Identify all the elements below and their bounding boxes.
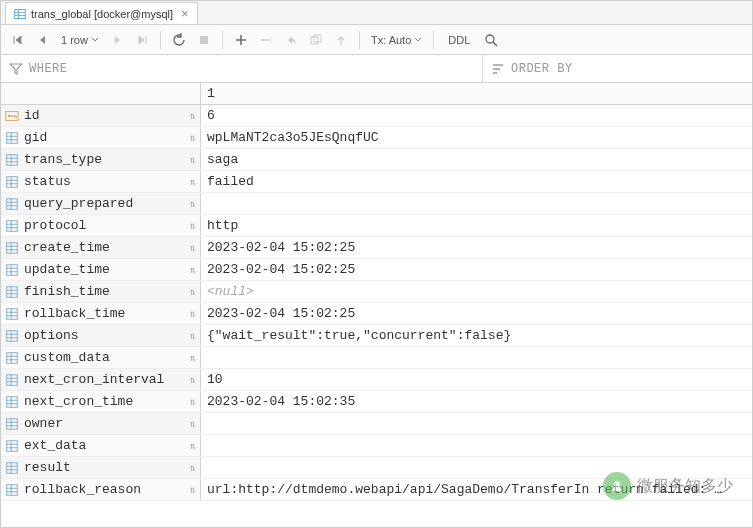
field-value[interactable] — [201, 193, 752, 214]
field-value[interactable] — [201, 457, 752, 478]
row-handle[interactable]: next_cron_interval⇅ — [1, 369, 201, 390]
field-row[interactable]: custom_data⇅ — [1, 347, 752, 369]
field-name: id — [24, 108, 40, 123]
sort-icon[interactable]: ⇅ — [190, 330, 196, 342]
field-value[interactable]: <null> — [201, 281, 752, 302]
field-value[interactable] — [201, 413, 752, 434]
row-handle[interactable]: update_time⇅ — [1, 259, 201, 280]
sort-icon[interactable]: ⇅ — [190, 242, 196, 254]
sort-icon[interactable]: ⇅ — [190, 440, 196, 452]
field-name: owner — [24, 416, 63, 431]
sort-icon[interactable]: ⇅ — [190, 308, 196, 320]
field-value[interactable]: saga — [201, 149, 752, 170]
field-row[interactable]: finish_time⇅<null> — [1, 281, 752, 303]
search-button[interactable] — [480, 29, 502, 51]
field-row[interactable]: result⇅ — [1, 457, 752, 479]
svg-rect-18 — [7, 176, 18, 187]
sort-icon[interactable]: ⇅ — [190, 374, 196, 386]
field-row[interactable]: gid⇅wpLMaNT2ca3o5JEsQnqfUC — [1, 127, 752, 149]
field-row[interactable]: rollback_reason⇅url:http://dtmdemo.webap… — [1, 479, 752, 501]
row-handle[interactable]: create_time⇅ — [1, 237, 201, 258]
row-handle[interactable]: next_cron_time⇅ — [1, 391, 201, 412]
row-handle[interactable]: rollback_reason⇅ — [1, 479, 201, 500]
sort-icon[interactable]: ⇅ — [190, 154, 196, 166]
last-row-button[interactable] — [131, 29, 153, 51]
field-value[interactable]: failed — [201, 171, 752, 192]
row-handle[interactable]: owner⇅ — [1, 413, 201, 434]
field-row[interactable]: ext_data⇅ — [1, 435, 752, 457]
field-row[interactable]: owner⇅ — [1, 413, 752, 435]
row-handle[interactable]: result⇅ — [1, 457, 201, 478]
row-handle[interactable]: status⇅ — [1, 171, 201, 192]
field-value[interactable]: 10 — [201, 369, 752, 390]
field-row[interactable]: update_time⇅2023-02-04 15:02:25 — [1, 259, 752, 281]
field-value[interactable]: wpLMaNT2ca3o5JEsQnqfUC — [201, 127, 752, 148]
field-value[interactable]: 6 — [201, 105, 752, 126]
commit-button[interactable] — [330, 29, 352, 51]
sort-icon[interactable]: ⇅ — [190, 396, 196, 408]
field-name: gid — [24, 130, 47, 145]
clone-row-button[interactable] — [305, 29, 327, 51]
sort-icon[interactable]: ⇅ — [190, 176, 196, 188]
row-count-label[interactable]: 1 row — [57, 34, 103, 46]
sort-icon[interactable]: ⇅ — [190, 132, 196, 144]
reload-button[interactable] — [168, 29, 190, 51]
sort-icon[interactable]: ⇅ — [190, 352, 196, 364]
ddl-button[interactable]: DDL — [441, 31, 477, 49]
close-icon[interactable]: × — [181, 7, 189, 20]
field-name: result — [24, 460, 71, 475]
field-row[interactable]: status⇅failed — [1, 171, 752, 193]
field-row[interactable]: options⇅{"wait_result":true,"concurrent"… — [1, 325, 752, 347]
row-handle[interactable]: gid⇅ — [1, 127, 201, 148]
field-row[interactable]: create_time⇅2023-02-04 15:02:25 — [1, 237, 752, 259]
field-row[interactable]: rollback_time⇅2023-02-04 15:02:25 — [1, 303, 752, 325]
field-row[interactable]: trans_type⇅saga — [1, 149, 752, 171]
row-handle[interactable]: rollback_time⇅ — [1, 303, 201, 324]
sort-icon[interactable]: ⇅ — [190, 110, 196, 122]
next-row-button[interactable] — [106, 29, 128, 51]
add-row-button[interactable] — [230, 29, 252, 51]
field-value[interactable]: url:http://dtmdemo.webapi/api/SagaDemo/T… — [201, 479, 752, 500]
svg-rect-30 — [7, 242, 18, 253]
field-value[interactable]: 2023-02-04 15:02:35 — [201, 391, 752, 412]
first-row-button[interactable] — [7, 29, 29, 51]
sort-icon[interactable]: ⇅ — [190, 462, 196, 474]
field-row[interactable]: next_cron_time⇅2023-02-04 15:02:35 — [1, 391, 752, 413]
sort-icon[interactable]: ⇅ — [190, 198, 196, 210]
editor-tab[interactable]: trans_global [docker@mysql] × — [5, 2, 198, 24]
field-row[interactable]: id⇅6 — [1, 105, 752, 127]
field-value[interactable]: 2023-02-04 15:02:25 — [201, 259, 752, 280]
field-value[interactable] — [201, 435, 752, 456]
sort-icon[interactable]: ⇅ — [190, 484, 196, 496]
column-header[interactable]: 1 — [201, 83, 752, 104]
row-handle[interactable]: query_prepared⇅ — [1, 193, 201, 214]
sort-icon[interactable]: ⇅ — [190, 220, 196, 232]
tx-mode-dropdown[interactable]: Tx: Auto — [367, 34, 426, 46]
field-value[interactable] — [201, 347, 752, 368]
field-row[interactable]: protocol⇅http — [1, 215, 752, 237]
revert-button[interactable] — [280, 29, 302, 51]
field-row[interactable]: next_cron_interval⇅10 — [1, 369, 752, 391]
sort-icon[interactable]: ⇅ — [190, 286, 196, 298]
field-value[interactable]: {"wait_result":true,"concurrent":false} — [201, 325, 752, 346]
row-handle[interactable]: protocol⇅ — [1, 215, 201, 236]
row-handle[interactable]: finish_time⇅ — [1, 281, 201, 302]
row-handle[interactable]: ext_data⇅ — [1, 435, 201, 456]
stop-button[interactable] — [193, 29, 215, 51]
field-row[interactable]: query_prepared⇅ — [1, 193, 752, 215]
delete-row-button[interactable] — [255, 29, 277, 51]
orderby-filter[interactable]: ORDER BY — [483, 55, 752, 82]
field-value[interactable]: 2023-02-04 15:02:25 — [201, 303, 752, 324]
prev-row-button[interactable] — [32, 29, 54, 51]
filter-icon — [9, 62, 23, 76]
row-handle[interactable]: trans_type⇅ — [1, 149, 201, 170]
field-value[interactable]: 2023-02-04 15:02:25 — [201, 237, 752, 258]
row-handle[interactable]: custom_data⇅ — [1, 347, 201, 368]
row-handle[interactable]: options⇅ — [1, 325, 201, 346]
row-handle[interactable]: id⇅ — [1, 105, 201, 126]
sort-icon[interactable]: ⇅ — [190, 264, 196, 276]
field-name: custom_data — [24, 350, 110, 365]
field-value[interactable]: http — [201, 215, 752, 236]
sort-icon[interactable]: ⇅ — [190, 418, 196, 430]
where-filter[interactable]: WHERE — [1, 55, 483, 82]
